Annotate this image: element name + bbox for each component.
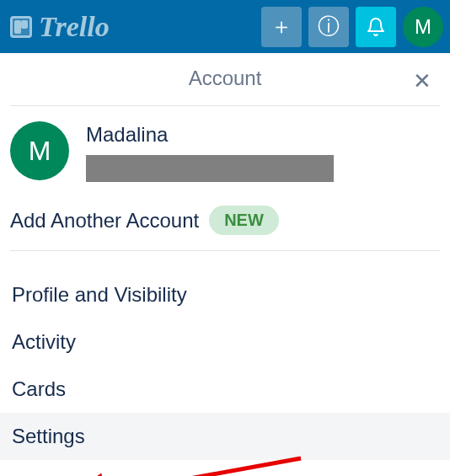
info-icon: ⓘ: [318, 12, 340, 41]
plus-icon: ＋: [271, 12, 292, 41]
close-button[interactable]: ✕: [413, 70, 431, 92]
info-button[interactable]: ⓘ: [308, 7, 349, 47]
add-account-row[interactable]: Add Another Account NEW: [10, 206, 440, 235]
brand-text: Trello: [39, 11, 110, 43]
account-avatar-button[interactable]: M: [403, 7, 443, 47]
topbar-actions: ＋ ⓘ M: [261, 7, 443, 47]
divider: [10, 250, 440, 251]
create-button[interactable]: ＋: [261, 7, 302, 47]
panel-title: Account: [189, 67, 262, 90]
close-icon: ✕: [413, 68, 431, 94]
user-email-redacted: [86, 155, 334, 182]
menu-cards[interactable]: Cards: [10, 366, 440, 413]
topbar: Trello ＋ ⓘ M: [0, 0, 450, 53]
avatar-letter: M: [415, 15, 431, 39]
brand[interactable]: Trello: [10, 11, 110, 43]
user-name: Madalina: [86, 123, 440, 147]
current-user-row: M Madalina: [10, 121, 440, 189]
user-info: Madalina: [86, 121, 440, 182]
divider: [10, 105, 440, 106]
new-badge: NEW: [209, 206, 279, 235]
user-avatar: M: [10, 121, 69, 180]
account-panel-scroll[interactable]: Account ✕ M Madalina Add Another Account…: [0, 53, 450, 476]
bell-icon: [366, 17, 386, 37]
trello-logo-icon: [10, 16, 32, 38]
user-avatar-letter: M: [29, 136, 51, 167]
menu-settings[interactable]: Settings: [0, 413, 450, 460]
notifications-button[interactable]: [356, 7, 396, 47]
panel-header: Account ✕: [10, 53, 440, 104]
menu-profile-visibility[interactable]: Profile and Visibility: [10, 271, 440, 318]
add-account-label: Add Another Account: [10, 209, 199, 233]
menu-activity[interactable]: Activity: [10, 318, 440, 366]
account-panel: Account ✕ M Madalina Add Another Account…: [0, 53, 450, 476]
